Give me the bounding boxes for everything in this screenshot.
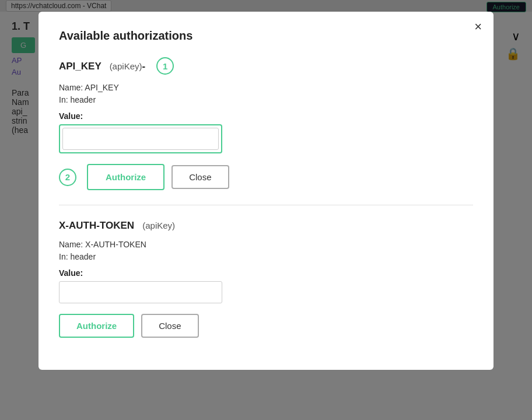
api-key-value-input[interactable]: [62, 128, 219, 150]
badge-1: 1: [156, 57, 174, 75]
x-auth-token-value-input[interactable]: [59, 281, 222, 303]
x-auth-token-close-button[interactable]: Close: [141, 314, 198, 338]
modal-title: Available authorizations: [59, 29, 473, 43]
x-auth-token-value-input-wrapper: [59, 281, 222, 303]
api-key-name-row: Name: API_KEY: [59, 83, 473, 92]
x-auth-token-scheme-type: (apiKey): [142, 220, 175, 230]
x-auth-token-section: X-AUTH-TOKEN (apiKey) Name: X-AUTH-TOKEN…: [59, 220, 473, 352]
badge-2: 2: [59, 169, 76, 186]
modal-overlay: Available authorizations × API_KEY (apiK…: [0, 0, 532, 420]
modal-close-button[interactable]: ×: [474, 20, 482, 33]
api-key-value-label: Value:: [59, 111, 473, 121]
api-key-section: API_KEY (apiKey)- 1 Name: API_KEY In: he…: [59, 57, 473, 205]
api-key-close-button[interactable]: Close: [172, 165, 229, 189]
api-key-buttons-row: 2 Authorize Close: [59, 164, 473, 190]
x-auth-token-in-row: In: header: [59, 252, 473, 261]
api-key-authorize-button[interactable]: Authorize: [89, 166, 162, 188]
api-key-section-title: API_KEY (apiKey)- 1: [59, 57, 473, 75]
available-authorizations-modal: Available authorizations × API_KEY (apiK…: [38, 12, 494, 370]
x-auth-token-section-title: X-AUTH-TOKEN (apiKey): [59, 220, 473, 232]
api-key-value-input-wrapper: [59, 124, 222, 153]
x-auth-token-name-row: Name: X-AUTH-TOKEN: [59, 240, 473, 249]
x-auth-token-title-text: X-AUTH-TOKEN: [59, 220, 134, 231]
api-key-scheme-type: (apiKey): [110, 61, 142, 71]
api-key-title-text: API_KEY: [59, 61, 101, 72]
x-auth-token-value-label: Value:: [59, 268, 473, 278]
x-auth-token-authorize-button[interactable]: Authorize: [59, 314, 134, 338]
api-key-in-row: In: header: [59, 95, 473, 104]
x-auth-token-buttons-row: Authorize Close: [59, 314, 473, 338]
api-key-authorize-btn-wrapper: Authorize: [87, 164, 164, 190]
api-key-dash: -: [142, 61, 145, 72]
